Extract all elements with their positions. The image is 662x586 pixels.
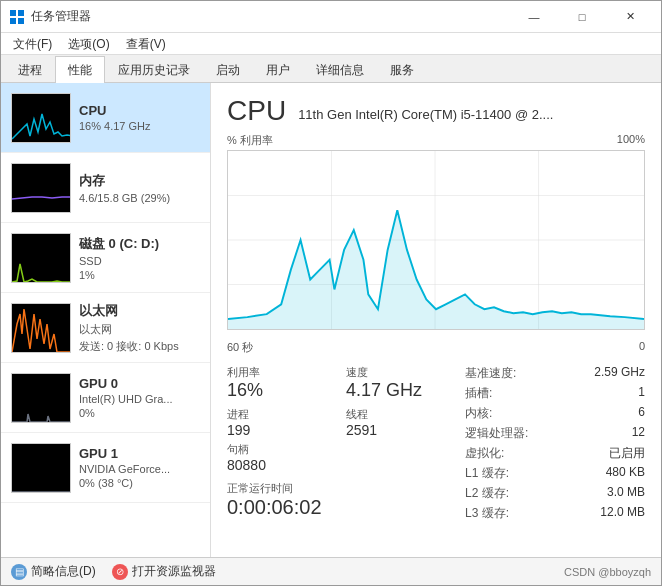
svg-rect-5 bbox=[12, 164, 71, 213]
gpu0-sidebar-detail2: 0% bbox=[79, 407, 200, 419]
monitor-button[interactable]: ⊘ 打开资源监视器 bbox=[112, 563, 216, 580]
svg-rect-8 bbox=[12, 374, 71, 423]
memory-sidebar-name: 内存 bbox=[79, 172, 200, 190]
uptime-label: 正常运行时间 bbox=[227, 481, 449, 496]
detail-subtitle: 11th Gen Intel(R) Core(TM) i5-11400 @ 2.… bbox=[298, 107, 553, 122]
logical-row: 逻辑处理器: 12 bbox=[465, 425, 645, 442]
tab-bar: 进程 性能 应用历史记录 启动 用户 详细信息 服务 bbox=[1, 55, 661, 83]
maximize-button[interactable]: □ bbox=[559, 5, 605, 29]
menu-bar: 文件(F) 选项(O) 查看(V) bbox=[1, 33, 661, 55]
tab-process[interactable]: 进程 bbox=[5, 56, 55, 83]
title-bar-left: 任务管理器 bbox=[9, 8, 91, 25]
chart-x-label: 60 秒 bbox=[227, 340, 253, 355]
socket-value: 1 bbox=[638, 385, 645, 402]
process-label: 进程 bbox=[227, 407, 330, 422]
disk-sidebar-info: 磁盘 0 (C: D:) SSD 1% bbox=[79, 235, 200, 281]
detail-title: CPU bbox=[227, 95, 286, 127]
sidebar-item-cpu[interactable]: CPU 16% 4.17 GHz bbox=[1, 83, 210, 153]
ethernet-sidebar-info: 以太网 以太网 发送: 0 接收: 0 Kbps bbox=[79, 302, 200, 354]
process-stat: 进程 199 bbox=[227, 407, 330, 438]
chart-y-label: % 利用率 bbox=[227, 133, 273, 148]
minimize-button[interactable]: — bbox=[511, 5, 557, 29]
memory-sidebar-info: 内存 4.6/15.8 GB (29%) bbox=[79, 172, 200, 204]
l3-value: 12.0 MB bbox=[600, 505, 645, 522]
speed-stat: 速度 4.17 GHz bbox=[346, 365, 449, 401]
sidebar-item-gpu1[interactable]: GPU 1 NVIDIA GeForce... 0% (38 °C) bbox=[1, 433, 210, 503]
l2-row: L2 缓存: 3.0 MB bbox=[465, 485, 645, 502]
l3-label: L3 缓存: bbox=[465, 505, 509, 522]
utilization-label: 利用率 bbox=[227, 365, 330, 380]
window-controls: — □ ✕ bbox=[511, 5, 653, 29]
speed-label: 速度 bbox=[346, 365, 449, 380]
watermark: CSDN @bboyzqh bbox=[564, 566, 651, 578]
l3-row: L3 缓存: 12.0 MB bbox=[465, 505, 645, 522]
l1-value: 480 KB bbox=[606, 465, 645, 482]
disk-mini-graph bbox=[11, 233, 71, 283]
logical-value: 12 bbox=[632, 425, 645, 442]
gpu0-mini-graph bbox=[11, 373, 71, 423]
window-title: 任务管理器 bbox=[31, 8, 91, 25]
sidebar-item-gpu0[interactable]: GPU 0 Intel(R) UHD Gra... 0% bbox=[1, 363, 210, 433]
disk-sidebar-name: 磁盘 0 (C: D:) bbox=[79, 235, 200, 253]
summary-icon: ▤ bbox=[11, 564, 27, 580]
right-stats: 基准速度: 2.59 GHz 插槽: 1 内核: 6 逻辑处理器: 12 bbox=[465, 365, 645, 525]
svg-rect-1 bbox=[18, 10, 24, 16]
memory-mini-graph bbox=[11, 163, 71, 213]
sidebar-item-ethernet[interactable]: 以太网 以太网 发送: 0 接收: 0 Kbps bbox=[1, 293, 210, 363]
gpu0-sidebar-info: GPU 0 Intel(R) UHD Gra... 0% bbox=[79, 376, 200, 419]
handle-value: 80880 bbox=[227, 457, 266, 473]
l1-label: L1 缓存: bbox=[465, 465, 509, 482]
handle-label: 句柄 bbox=[227, 442, 266, 457]
svg-rect-0 bbox=[10, 10, 16, 16]
l1-row: L1 缓存: 480 KB bbox=[465, 465, 645, 482]
utilization-value: 16% bbox=[227, 380, 330, 401]
core-label: 内核: bbox=[465, 405, 492, 422]
l2-value: 3.0 MB bbox=[607, 485, 645, 502]
main-content: CPU 16% 4.17 GHz 内存 4.6/15.8 GB (29%) bbox=[1, 83, 661, 557]
disk-sidebar-detail2: 1% bbox=[79, 269, 200, 281]
chart-labels: % 利用率 100% bbox=[227, 133, 645, 148]
menu-options[interactable]: 选项(O) bbox=[64, 35, 113, 52]
tab-performance[interactable]: 性能 bbox=[55, 56, 105, 83]
sidebar-item-memory[interactable]: 内存 4.6/15.8 GB (29%) bbox=[1, 153, 210, 223]
base-speed-value: 2.59 GHz bbox=[594, 365, 645, 382]
ethernet-sidebar-name: 以太网 bbox=[79, 302, 200, 320]
core-row: 内核: 6 bbox=[465, 405, 645, 422]
chart-y-max: 100% bbox=[617, 133, 645, 148]
menu-file[interactable]: 文件(F) bbox=[9, 35, 56, 52]
title-bar: 任务管理器 — □ ✕ bbox=[1, 1, 661, 33]
gpu1-mini-graph bbox=[11, 443, 71, 493]
process-value: 199 bbox=[227, 422, 330, 438]
sidebar-item-disk[interactable]: 磁盘 0 (C: D:) SSD 1% bbox=[1, 223, 210, 293]
virt-value: 已启用 bbox=[609, 445, 645, 462]
gpu1-sidebar-detail2: 0% (38 °C) bbox=[79, 477, 200, 489]
tab-app-history[interactable]: 应用历史记录 bbox=[105, 56, 203, 83]
utilization-stat: 利用率 16% bbox=[227, 365, 330, 401]
tab-startup[interactable]: 启动 bbox=[203, 56, 253, 83]
gpu1-sidebar-name: GPU 1 bbox=[79, 446, 200, 461]
virt-label: 虚拟化: bbox=[465, 445, 504, 462]
socket-row: 插槽: 1 bbox=[465, 385, 645, 402]
tab-details[interactable]: 详细信息 bbox=[303, 56, 377, 83]
summary-label: 简略信息(D) bbox=[31, 563, 96, 580]
base-speed-label: 基准速度: bbox=[465, 365, 516, 382]
menu-view[interactable]: 查看(V) bbox=[122, 35, 170, 52]
socket-label: 插槽: bbox=[465, 385, 492, 402]
uptime-value: 0:00:06:02 bbox=[227, 496, 449, 519]
cpu-chart bbox=[227, 150, 645, 330]
gpu0-sidebar-detail1: Intel(R) UHD Gra... bbox=[79, 393, 200, 405]
cpu-mini-graph bbox=[11, 93, 71, 143]
cpu-sidebar-info: CPU 16% 4.17 GHz bbox=[79, 103, 200, 132]
summary-button[interactable]: ▤ 简略信息(D) bbox=[11, 563, 96, 580]
close-button[interactable]: ✕ bbox=[607, 5, 653, 29]
sidebar: CPU 16% 4.17 GHz 内存 4.6/15.8 GB (29%) bbox=[1, 83, 211, 557]
gpu1-sidebar-info: GPU 1 NVIDIA GeForce... 0% (38 °C) bbox=[79, 446, 200, 489]
tab-services[interactable]: 服务 bbox=[377, 56, 427, 83]
monitor-icon: ⊘ bbox=[112, 564, 128, 580]
cpu-sidebar-detail: 16% 4.17 GHz bbox=[79, 120, 200, 132]
monitor-label: 打开资源监视器 bbox=[132, 563, 216, 580]
tab-users[interactable]: 用户 bbox=[253, 56, 303, 83]
ethernet-sidebar-detail1: 以太网 bbox=[79, 322, 200, 337]
logical-label: 逻辑处理器: bbox=[465, 425, 528, 442]
svg-rect-2 bbox=[10, 18, 16, 24]
